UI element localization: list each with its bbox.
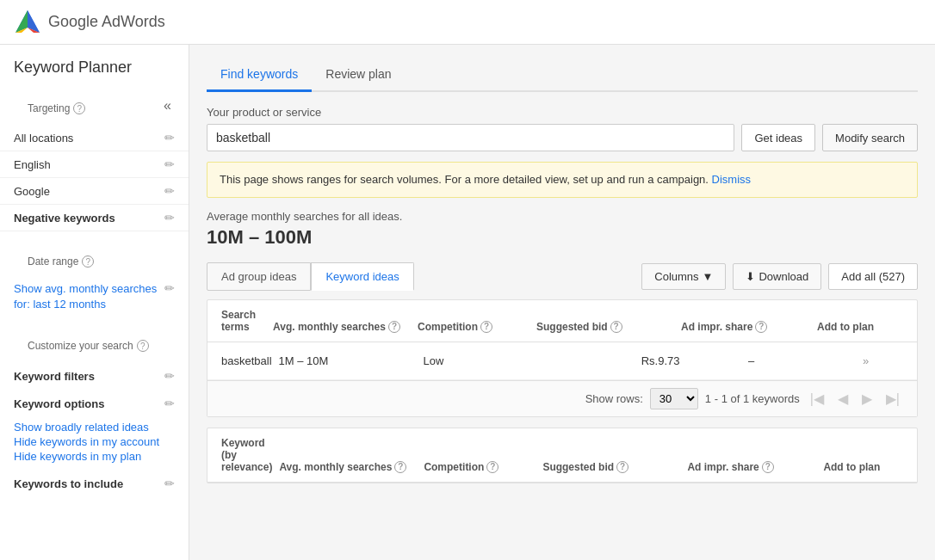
download-icon: ⬇ [746,270,755,283]
tab-keyword-ideas[interactable]: Keyword ideas [311,262,413,291]
targeting-header: Targeting ? « [0,87,189,125]
logo-text: Google AdWords [48,13,165,31]
col-ad-impr: Ad impr. share ? [681,321,810,333]
main-tabs: Find keywords Review plan [207,58,918,92]
ideas-tabs-toolbar: Ad group ideas Keyword ideas Columns ▼ ⬇… [207,262,918,299]
date-range-label: Date range ? [14,247,108,271]
alert-banner: This page shows ranges for search volume… [207,162,918,198]
targeting-help-icon[interactable]: ? [73,102,85,114]
col-keyword-relevance: Keyword (by relevance) [221,437,272,473]
sidebar-title: Keyword Planner [0,45,189,87]
row-add-to-plan[interactable]: » [823,354,909,367]
row-competition: Low [424,354,536,367]
search-input[interactable] [207,124,734,151]
dismiss-link[interactable]: Dismiss [712,173,752,186]
columns-button[interactable]: Columns ▼ [641,263,726,290]
logo: Google AdWords [14,9,165,36]
col-avg-monthly-bottom: Avg. monthly searches ? [279,461,417,473]
keyword-relevance-table: Keyword (by relevance) Avg. monthly sear… [207,428,918,483]
alert-text: This page shows ranges for search volume… [220,173,709,186]
all-locations-label: All locations [14,132,73,145]
next-page-button[interactable]: ▶ [858,389,876,409]
adwords-logo-icon [14,9,41,36]
edit-icon[interactable]: ✏ [164,131,175,145]
first-page-button[interactable]: |◀ [807,389,827,409]
date-range-header: Date range ? [0,240,189,278]
col-search-terms: Search terms [221,309,266,333]
col-add-to-plan-bottom: Add to plan [823,461,909,473]
keyword-filters-item[interactable]: Keyword filters ✏ [0,362,189,390]
edit-icon[interactable]: ✏ [164,157,175,171]
date-range-wrapper: Show avg. monthly searches for: last 12 … [0,278,189,321]
row-keyword: basketball [221,354,272,367]
avg-monthly-help-icon[interactable]: ? [388,321,400,333]
stats-value: 10M – 100M [207,226,918,249]
suggested-bid-help-icon-bottom[interactable]: ? [616,461,628,473]
avg-monthly-help-icon-bottom[interactable]: ? [394,461,406,473]
edit-icon[interactable]: ✏ [164,369,175,383]
date-range-edit-icon[interactable]: ✏ [164,281,175,295]
competition-help-icon-bottom[interactable]: ? [486,461,498,473]
product-label: Your product or service [207,106,918,119]
suggested-bid-help-icon[interactable]: ? [610,321,622,333]
sidebar: Keyword Planner Targeting ? « All locati… [0,45,189,560]
search-row: Get ideas Modify search [207,124,918,151]
targeting-label: Targeting ? [14,94,99,118]
edit-icon[interactable]: ✏ [164,477,175,490]
col-competition: Competition ? [418,321,529,333]
col-ad-impr-bottom: Ad impr. share ? [687,461,816,473]
tab-review-plan[interactable]: Review plan [312,58,405,92]
header: Google AdWords [0,0,935,45]
rows-per-page-select[interactable]: 30 50 100 [650,388,698,409]
broadly-related-link[interactable]: Show broadly related ideas [14,421,175,434]
sidebar-item-english[interactable]: English ✏ [0,151,189,178]
keywords-to-include-item[interactable]: Keywords to include ✏ [0,470,189,497]
date-range-line2: for: last 12 months [14,297,157,312]
negative-keywords-label: Negative keywords [14,212,115,225]
sidebar-item-google[interactable]: Google ✏ [0,178,189,205]
targeting-collapse-button[interactable]: « [160,95,175,117]
table-header: Search terms Avg. monthly searches ? Com… [207,300,917,342]
col-avg-monthly: Avg. monthly searches ? [273,321,411,333]
ad-impr-help-icon[interactable]: ? [755,321,767,333]
edit-icon[interactable]: ✏ [164,184,175,198]
sidebar-item-all-locations[interactable]: All locations ✏ [0,125,189,151]
last-page-button[interactable]: ▶| [882,389,903,409]
content-area: Find keywords Review plan Your product o… [189,45,935,560]
hide-in-plan-link[interactable]: Hide keywords in my plan [14,450,175,463]
tab-find-keywords[interactable]: Find keywords [207,58,312,92]
keyword-options-links: Show broadly related ideas Hide keywords… [0,417,189,470]
keyword-filters-label: Keyword filters [14,370,95,383]
tab-ad-group-ideas[interactable]: Ad group ideas [207,262,311,291]
row-searches: 1M – 10M [279,354,417,367]
table-row: basketball 1M – 10M Low Rs.9.73 – » [207,342,917,380]
sidebar-item-negative-keywords[interactable]: Negative keywords ✏ [0,205,189,231]
bottom-table-header: Keyword (by relevance) Avg. monthly sear… [207,428,917,483]
prev-page-button[interactable]: ◀ [834,389,851,409]
row-bid: Rs.9.73 [542,354,680,367]
ad-impr-help-icon-bottom[interactable]: ? [762,461,774,473]
show-rows-label: Show rows: [585,392,643,405]
keywords-to-include-label: Keywords to include [14,477,123,490]
edit-icon[interactable]: ✏ [164,397,175,410]
main-layout: Keyword Planner Targeting ? « All locati… [0,45,935,560]
hide-in-account-link[interactable]: Hide keywords in my account [14,435,175,448]
customize-label: Customize your search ? [14,331,163,355]
date-range-text: Show avg. monthly searches for: last 12 … [14,281,157,312]
customize-help-icon[interactable]: ? [137,340,149,352]
col-add-to-plan: Add to plan [817,321,903,333]
col-suggested-bid: Suggested bid ? [536,321,674,333]
date-range-help-icon[interactable]: ? [82,255,94,268]
add-all-button[interactable]: Add all (527) [828,263,918,290]
download-button[interactable]: ⬇ Download [733,263,821,290]
modify-search-button[interactable]: Modify search [822,124,918,151]
keyword-options-label: Keyword options [14,397,104,410]
date-range-line1: Show avg. monthly searches [14,281,157,297]
chevron-down-icon: ▼ [703,270,714,283]
edit-icon[interactable]: ✏ [164,211,175,225]
page-info: 1 - 1 of 1 keywords [705,392,800,405]
competition-help-icon[interactable]: ? [480,321,492,333]
keyword-options-item[interactable]: Keyword options ✏ [0,390,189,417]
get-ideas-button[interactable]: Get ideas [741,124,815,151]
row-impr: – [687,354,816,367]
